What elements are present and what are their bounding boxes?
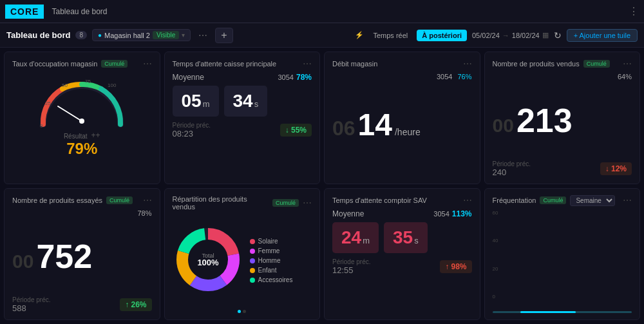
card-occupation-header: Taux d'occupation magasin Cumulé ⋯: [12, 59, 152, 69]
plusplus-icon[interactable]: ++: [91, 131, 100, 140]
gauge-svg: 0 25 50 75 100: [33, 73, 130, 131]
sav-content: Moyenne 3054 113% 24 m 35 s Période pré: [332, 209, 472, 314]
refresh-btn[interactable]: ↻: [554, 30, 562, 41]
card-repartition-header: Répartition des produits vendus Cumulé ⋯: [173, 195, 312, 211]
temps-reel-btn[interactable]: Temps réel: [368, 30, 413, 41]
pagination: [173, 310, 312, 313]
pag-dot-2: [243, 310, 246, 313]
tried-big-row: 00 752: [12, 237, 152, 276]
card-ps-title: Nombre de produits vendus: [493, 60, 580, 68]
ps-delta: ↓ 12%: [600, 162, 632, 175]
sav-pct: 113%: [452, 209, 472, 218]
donut-chart: Total 100%: [173, 224, 243, 297]
top-bar-title: Tableau de bord: [52, 7, 107, 16]
location-options-btn[interactable]: ⋯: [196, 29, 210, 42]
bar-chart-area: [500, 210, 632, 309]
wt-delta: ↓ 55%: [280, 124, 312, 137]
svg-text:50: 50: [62, 82, 68, 88]
debit-main-num: 14: [358, 107, 392, 142]
tried-menu[interactable]: ⋯: [143, 195, 152, 205]
y-label-60: 60: [493, 210, 498, 216]
tried-delta: ↑ 26%: [120, 298, 151, 311]
debit-ref-row: 3054 76%: [437, 73, 472, 81]
debit-prev-num: 06: [332, 117, 355, 140]
y-label-0: 0: [493, 294, 498, 300]
date-from: 05/02/24: [472, 32, 500, 39]
pag-dot-1: [238, 310, 241, 313]
ps-prev-label: Période préc.: [493, 160, 531, 167]
card-tried-title: Nombre de produits essayés: [12, 196, 102, 204]
date-arrow: →: [502, 32, 509, 39]
top-menu-dots[interactable]: ⋮: [629, 5, 639, 17]
card-freq-title: Fréquentation: [493, 196, 536, 204]
svg-text:0: 0: [40, 123, 43, 129]
card-sav: Temps d'attente comptoir SAV ⋯ Moyenne 3…: [324, 188, 480, 321]
wait-time-content: Moyenne 3054 78% 05 m 34 s Période préc: [173, 73, 312, 177]
card-tried-header: Nombre de produits essayés Cumulé ⋯: [12, 195, 152, 205]
sav-min-num: 24: [341, 227, 361, 248]
a-posteriori-btn[interactable]: À postériori: [417, 30, 467, 41]
wt-sec-unit: s: [254, 99, 259, 109]
week-select[interactable]: Semaine: [570, 195, 615, 206]
card-debit-title: Débit magasin: [332, 60, 377, 68]
visible-badge: Visible: [153, 31, 179, 39]
svg-text:100: 100: [108, 82, 117, 88]
donut-content: Total 100% Solaire Femme Homme: [173, 214, 312, 308]
label-homme: Homme: [258, 257, 281, 264]
dot-homme: [250, 258, 255, 263]
sav-delta: ↑ 98%: [440, 260, 471, 273]
legend-accessoires: Accessoires: [250, 276, 293, 283]
bar-chart-content: 60 40 20 0: [493, 210, 632, 314]
dot-femme: [250, 249, 255, 254]
ps-badge: Cumulé: [583, 60, 610, 68]
sav-box-min: 24 m: [332, 222, 379, 253]
tried-prev-num: 00: [12, 251, 33, 272]
debit-menu[interactable]: ⋯: [463, 59, 472, 69]
dot-accessoires: [250, 278, 255, 283]
occupation-menu[interactable]: ⋯: [143, 59, 152, 69]
wait-menu[interactable]: ⋯: [303, 59, 312, 69]
sav-menu[interactable]: ⋯: [463, 195, 472, 205]
card-sav-title: Temps d'attente comptoir SAV: [332, 196, 427, 204]
add-tab-btn[interactable]: +: [215, 28, 232, 43]
sav-avg-label: Moyenne: [332, 209, 364, 218]
repartition-badge: Cumulé: [272, 199, 299, 207]
top-bar: CORE Tableau de bord ⋮: [0, 0, 644, 23]
location-pill[interactable]: ● Magasin hall 2 Visible ▾: [92, 29, 191, 41]
card-repartition-title: Répartition des produits vendus: [173, 195, 269, 211]
card-repartition: Répartition des produits vendus Cumulé ⋯: [164, 188, 321, 321]
wt-prev-label: Période préc.: [173, 122, 211, 129]
tried-prev-val: 588: [12, 303, 50, 313]
ps-main-num: 213: [516, 101, 573, 140]
svg-line-0: [58, 106, 82, 121]
legend-solaire: Solaire: [250, 238, 293, 245]
donut-legend: Solaire Femme Homme Enfant Accessoires: [250, 238, 293, 283]
ps-pct-top: 64%: [618, 73, 632, 81]
wt-avg-label: Moyenne: [173, 73, 204, 82]
sav-sec-unit: s: [414, 236, 419, 245]
wt-prev-val: 08:23: [173, 129, 211, 138]
tried-prev-row: Période préc. 588 ↑ 26%: [12, 296, 152, 313]
freq-menu[interactable]: ⋯: [623, 195, 632, 205]
tried-badge: Cumulé: [106, 196, 133, 204]
wt-sec-num: 34: [233, 91, 253, 111]
label-solaire: Solaire: [258, 238, 278, 245]
wt-ref-num: 3054: [278, 73, 293, 81]
ps-menu[interactable]: ⋯: [623, 59, 632, 69]
date-range: 05/02/24 → 18/02/24 ▦: [472, 31, 549, 39]
ps-big-row: 00 213: [493, 101, 632, 140]
card-ps-header: Nombre de produits vendus Cumulé ⋯: [493, 59, 632, 69]
tried-main-num: 752: [36, 237, 92, 276]
label-femme: Femme: [258, 247, 280, 254]
sav-boxes: 24 m 35 s: [332, 222, 472, 253]
sav-min-unit: m: [363, 236, 370, 245]
location-name: Magasin hall 2: [104, 32, 150, 39]
sav-box-sec: 35 s: [384, 222, 428, 253]
logo: CORE: [5, 5, 44, 19]
y-label-40: 40: [493, 238, 498, 243]
add-tile-btn[interactable]: + Ajouter une tuile: [567, 29, 638, 42]
debit-pct: 76%: [457, 73, 471, 81]
repartition-menu[interactable]: ⋯: [303, 198, 312, 208]
time-controls: ⚡ Temps réel À postériori: [355, 30, 467, 41]
dashboard-grid: Taux d'occupation magasin Cumulé ⋯ 0 25 …: [0, 48, 644, 324]
